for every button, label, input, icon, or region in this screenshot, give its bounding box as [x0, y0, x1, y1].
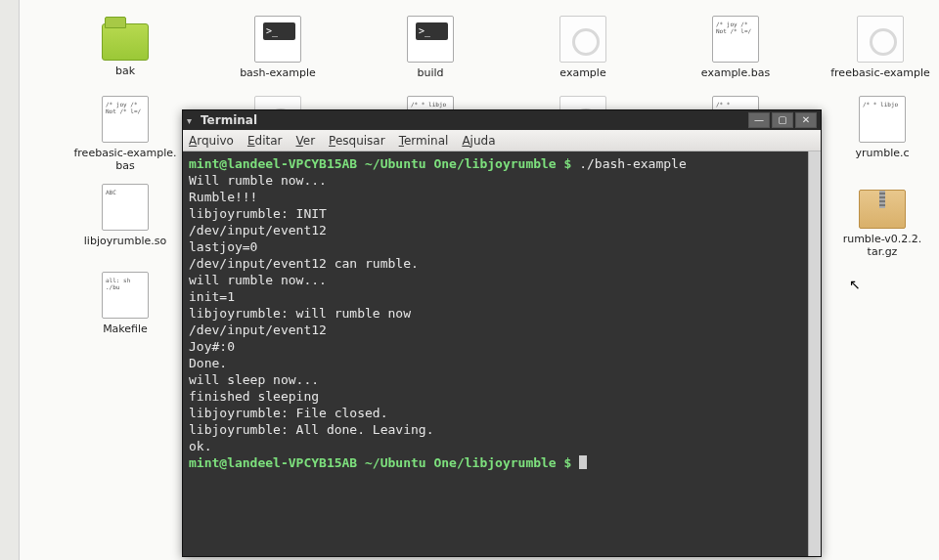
window-title: Terminal — [197, 113, 748, 127]
desktop-icon[interactable]: ABClibjoyrumble.so — [57, 184, 194, 247]
terminal-scrollbar[interactable] — [808, 151, 821, 556]
terminal-output-line: Done. — [189, 355, 802, 371]
terminal-output-line: ok. — [189, 438, 802, 454]
window-collapse-icon[interactable]: ▾ — [187, 115, 197, 126]
desktop-icon-label: yrumble.c — [814, 147, 939, 159]
terminal-output-line: init=1 — [189, 288, 802, 305]
desktop-icon-label: freebasic-example. bas — [57, 147, 194, 172]
window-minimize-button[interactable]: — — [748, 112, 770, 128]
folder-icon — [102, 23, 149, 61]
desktop-icon[interactable]: rumble-v0.2.2. tar.gz — [814, 184, 939, 258]
terminal-cursor — [579, 455, 587, 469]
terminal-output-line: /dev/input/event12 — [189, 222, 802, 238]
window-close-button[interactable]: ✕ — [795, 112, 817, 128]
desktop-icon-label: rumble-v0.2.2. tar.gz — [814, 233, 939, 258]
term-icon — [254, 16, 301, 63]
terminal-menubar[interactable]: ArquivoEditarVerPesquisarTerminalAjuda — [183, 130, 821, 151]
terminal-output-line: libjoyrumble: File closed. — [189, 405, 802, 421]
menu-item-ajuda[interactable]: Ajuda — [462, 134, 495, 148]
terminal-output-line: /dev/input/event12 can rumble. — [189, 255, 802, 272]
mouse-pointer-icon: ↖ — [849, 277, 861, 292]
terminal-output-line: libjoyrumble: INIT — [189, 205, 802, 222]
textfile-icon: /* * libjo — [859, 96, 906, 143]
menu-item-editar[interactable]: Editar — [247, 134, 283, 148]
terminal-output-line: will sleep now... — [189, 371, 802, 388]
window-maximize-button[interactable]: ▢ — [772, 112, 793, 128]
menu-item-pesquisar[interactable]: Pesquisar — [329, 134, 385, 148]
terminal-prompt-command: ./bash-example — [579, 156, 687, 171]
desktop-icon-label: example.bas — [667, 66, 804, 79]
menu-item-ver[interactable]: Ver — [296, 134, 316, 148]
desktop-icon-label: bak — [57, 65, 194, 77]
textfile-icon: /* joy /* Not /* l=/ — [712, 16, 759, 63]
terminal-output-line: Rumble!!! — [189, 189, 802, 205]
desktop-icon[interactable]: example — [514, 16, 651, 79]
terminal-output-line: Joy#:0 — [189, 338, 802, 355]
terminal-window[interactable]: ▾ Terminal — ▢ ✕ ArquivoEditarVerPesquis… — [182, 109, 822, 557]
desktop-icon[interactable]: /* joy /* Not /* l=/freebasic-example. b… — [57, 96, 194, 172]
textfile-icon: /* joy /* Not /* l=/ — [102, 96, 149, 143]
archive-icon — [859, 190, 906, 229]
gear-icon — [857, 16, 904, 63]
desktop-icon[interactable]: /* * libjoyrumble.c — [814, 96, 939, 159]
desktop-icon-label: freebasic-example — [812, 66, 939, 79]
terminal-output-line: libjoyrumble: All done. Leaving. — [189, 421, 802, 438]
desktop-left-panel — [0, 0, 20, 560]
desktop-icon[interactable]: freebasic-example — [812, 16, 939, 79]
desktop-icon[interactable]: bak — [57, 16, 194, 77]
terminal-output-line: /dev/input/event12 — [189, 322, 802, 338]
term-icon — [407, 16, 454, 63]
desktop-icon-label: Makefile — [57, 323, 194, 335]
textfile-icon: all: sh ./bu — [102, 272, 149, 319]
desktop-icon[interactable]: bash-example — [209, 16, 346, 79]
desktop-icon-label: example — [514, 66, 651, 79]
window-titlebar[interactable]: ▾ Terminal — ▢ ✕ — [183, 110, 821, 130]
desktop-icon-label: libjoyrumble.so — [57, 235, 194, 247]
textfile-icon: ABC — [102, 184, 149, 231]
menu-item-arquivo[interactable]: Arquivo — [189, 134, 234, 148]
terminal-output-line: will rumble now... — [189, 272, 802, 288]
terminal-output-line: finished sleeping — [189, 388, 802, 405]
terminal-output-area[interactable]: mint@landeel-VPCYB15AB ~/Ubuntu One/libj… — [183, 151, 808, 556]
desktop-icon[interactable]: all: sh ./buMakefile — [57, 272, 194, 335]
desktop-icon-label: build — [362, 66, 499, 79]
terminal-output-line: lastjoy=0 — [189, 238, 802, 255]
desktop-icon-label: bash-example — [209, 66, 346, 79]
terminal-output-line: libjoyrumble: will rumble now — [189, 305, 802, 322]
gear-icon — [559, 16, 606, 63]
terminal-output-line: Will rumble now... — [189, 172, 802, 189]
desktop-icon[interactable]: build — [362, 16, 499, 79]
desktop-icon[interactable]: /* joy /* Not /* l=/example.bas — [667, 16, 804, 79]
menu-item-terminal[interactable]: Terminal — [399, 134, 449, 148]
